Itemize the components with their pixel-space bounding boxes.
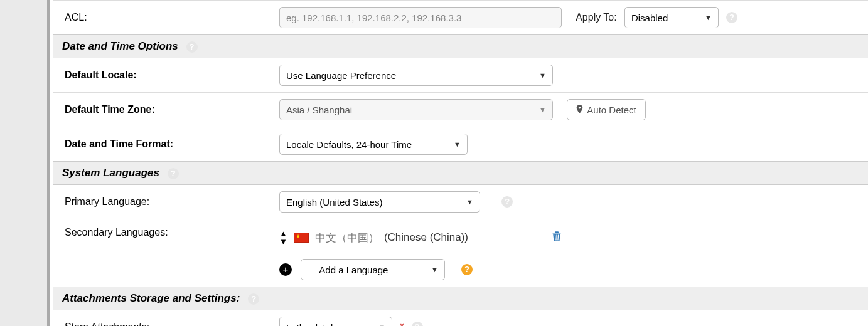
primary-language-label: Primary Language: [53,185,279,219]
datetime-format-select[interactable]: Locale Defaults, 24-hour Time ▼ [279,134,468,155]
default-timezone-label: Default Time Zone: [53,93,279,127]
row-default-timezone: Default Time Zone: Asia / Shanghai ▼ Aut… [53,93,868,127]
help-icon[interactable]: ? [412,322,423,326]
chevron-down-icon: ▼ [431,266,438,273]
row-secondary-languages: Secondary Languages: ▲▼ 中文（中国） (Chinese … [53,219,868,287]
section-attachments: Attachments Storage and Settings: ? [53,287,868,310]
chevron-down-icon: ▼ [705,14,712,21]
primary-language-value: English (United States) [286,197,382,208]
secondary-languages-label: Secondary Languages: [53,219,279,287]
secondary-language-english: (Chinese (China)) [384,231,468,244]
help-icon[interactable]: ? [501,196,513,208]
add-language-select[interactable]: — Add a Language — ▼ [301,259,445,280]
auto-detect-label: Auto Detect [587,105,636,115]
sort-handle-icon[interactable]: ▲▼ [279,229,287,246]
row-acl: ACL: Apply To: Disabled ▼ ? [53,1,868,35]
add-language-placeholder: — Add a Language — [308,265,400,275]
section-datetime: Date and Time Options ? [53,35,868,58]
required-indicator: * [400,322,404,326]
chevron-down-icon: ▼ [454,140,461,148]
left-gutter [0,0,50,326]
secondary-language-native: 中文（中国） [315,231,379,245]
row-default-locale: Default Locale: Use Language Preference … [53,58,868,93]
row-datetime-format: Date and Time Format: Locale Defaults, 2… [53,127,868,162]
add-language-button[interactable]: + [279,263,292,276]
apply-to-select-value: Disabled [631,13,668,23]
default-timezone-value: Asia / Shanghai [286,105,352,115]
acl-label: ACL: [53,1,279,35]
default-locale-select[interactable]: Use Language Preference ▼ [279,65,553,86]
settings-form: ACL: Apply To: Disabled ▼ ? Date and Tim… [53,0,868,326]
location-pin-icon [576,105,583,115]
store-attachments-value: In the database [286,322,351,327]
section-datetime-title: Date and Time Options [62,40,178,52]
help-icon[interactable]: ? [726,12,737,23]
help-icon[interactable]: ? [461,264,473,275]
chevron-down-icon: ▼ [378,323,385,326]
store-attachments-select[interactable]: In the database ▼ [279,317,392,326]
chevron-down-icon: ▼ [539,71,546,79]
acl-input[interactable] [279,7,562,28]
apply-to-select[interactable]: Disabled ▼ [624,7,719,28]
store-attachments-label: Store Attachments: [53,310,279,327]
chevron-down-icon: ▼ [466,198,473,206]
chevron-down-icon: ▼ [539,106,546,113]
help-icon[interactable]: ? [168,168,179,179]
default-timezone-select[interactable]: Asia / Shanghai ▼ [279,99,553,120]
apply-to-label: Apply To: [576,12,617,23]
section-attachments-title: Attachments Storage and Settings: [62,292,240,304]
default-locale-label: Default Locale: [53,58,279,93]
help-icon[interactable]: ? [248,293,259,305]
row-store-attachments: Store Attachments: In the database ▼ * ? [53,310,868,327]
help-icon[interactable]: ? [186,41,198,53]
section-languages: System Languages ? [53,162,868,185]
auto-detect-button[interactable]: Auto Detect [567,99,645,120]
secondary-language-item: ▲▼ 中文（中国） (Chinese (China)) [279,227,562,251]
section-languages-title: System Languages [62,167,159,179]
primary-language-select[interactable]: English (United States) ▼ [279,191,480,213]
datetime-format-label: Date and Time Format: [53,127,279,162]
add-language-row: + — Add a Language — ▼ ? [279,259,862,280]
row-primary-language: Primary Language: English (United States… [53,185,868,219]
datetime-format-value: Locale Defaults, 24-hour Time [286,139,412,150]
default-locale-value: Use Language Preference [286,70,396,81]
delete-language-button[interactable] [552,231,562,245]
flag-cn-icon [294,233,309,243]
